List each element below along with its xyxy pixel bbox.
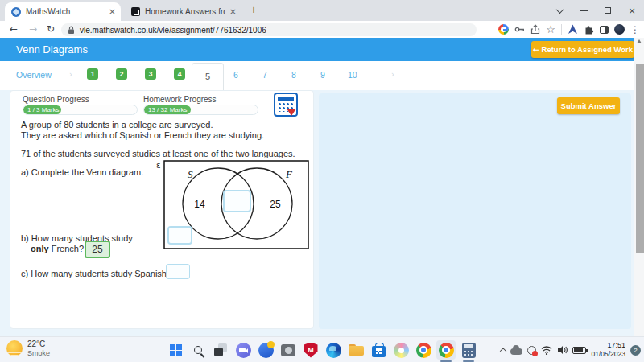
- submit-answer-button[interactable]: Submit Answer: [557, 97, 620, 114]
- mcafee-shield-icon: M: [304, 343, 318, 358]
- task-view-button[interactable]: [211, 340, 230, 360]
- tab-overview[interactable]: Overview: [16, 70, 52, 80]
- homework-site-favicon-icon: [131, 7, 140, 16]
- question-progress-bar: 1 / 3 Marks: [23, 105, 138, 115]
- part-b-label-line1: b) How many students study: [21, 233, 133, 243]
- tray-chevron-up-icon[interactable]: [500, 348, 506, 354]
- tab-question-4-badge[interactable]: 4: [174, 68, 185, 80]
- widgets-icon: [258, 343, 274, 358]
- part-c-answer-input[interactable]: [166, 264, 190, 279]
- app-header: Venn Diagrams ← Return to Assigned Work: [0, 38, 644, 61]
- weather-temperature: 22°C: [27, 339, 50, 349]
- scrollbar-thumb[interactable]: [636, 64, 644, 253]
- paint-button[interactable]: [391, 340, 411, 360]
- taskbar-weather-widget[interactable]: 22°C Smoke: [6, 339, 50, 358]
- question-text-line1: A group of 80 students in a college are …: [21, 120, 213, 130]
- extensions-puzzle-icon[interactable]: [584, 24, 594, 35]
- browser-tab-mathswatch[interactable]: MathsWatch ×: [5, 2, 121, 21]
- tab-close-icon[interactable]: ×: [229, 6, 237, 17]
- reload-icon[interactable]: ↻: [47, 23, 55, 35]
- part-b-answer-input[interactable]: 25: [85, 241, 110, 258]
- french-only-value: 25: [270, 199, 281, 210]
- tab-question-6[interactable]: 6: [233, 70, 238, 80]
- tab-question-8[interactable]: 8: [291, 70, 296, 80]
- google-icon[interactable]: [498, 24, 509, 35]
- part-c-label: c) How many students study Spanish?: [21, 269, 171, 278]
- question-progress-fill: 1 / 3 Marks: [23, 105, 61, 114]
- part-b-label-line2: only French?: [31, 244, 84, 253]
- start-button[interactable]: [166, 340, 185, 360]
- calculator-icon: [462, 343, 476, 358]
- microsoft-store-button[interactable]: [369, 340, 388, 360]
- tab-question-2-badge[interactable]: 2: [116, 68, 127, 80]
- outside-sets-answer-input[interactable]: [168, 227, 192, 244]
- tab-title: MathsWatch: [26, 7, 104, 16]
- edge-button[interactable]: [324, 340, 343, 360]
- question-card: Question Progress Homework Progress 1 / …: [10, 90, 314, 329]
- spanish-only-value: 14: [194, 199, 205, 210]
- scroll-up-icon[interactable]: [637, 39, 642, 43]
- windows-taskbar: 22°C Smoke M 17:51 01: [0, 336, 644, 362]
- file-explorer-button[interactable]: [346, 340, 365, 360]
- bookmark-star-icon[interactable]: ☆: [546, 23, 555, 35]
- intersection-answer-input[interactable]: [224, 191, 250, 212]
- extension-arrow-icon[interactable]: [568, 24, 578, 35]
- chrome-active-button[interactable]: [436, 340, 456, 360]
- browser-tab-strip: MathsWatch × Homework Answers from Subje…: [0, 0, 644, 21]
- camera-app-button[interactable]: [279, 340, 298, 360]
- tab-close-icon[interactable]: ×: [109, 6, 116, 17]
- tab-question-10[interactable]: 10: [348, 70, 357, 80]
- forward-icon[interactable]: →: [29, 23, 37, 35]
- chrome-button[interactable]: [414, 340, 433, 360]
- battery-icon[interactable]: [572, 347, 586, 354]
- share-icon[interactable]: [530, 24, 540, 35]
- homework-progress-fill: 13 / 32 Marks: [144, 105, 191, 114]
- taskbar-clock[interactable]: 17:51 01/05/2023: [591, 341, 625, 360]
- page-title: Venn Diagrams: [16, 43, 88, 56]
- notification-count-badge[interactable]: 2: [630, 345, 641, 356]
- speaker-icon[interactable]: [557, 345, 568, 355]
- menu-more-icon[interactable]: ⋮: [630, 24, 640, 35]
- chrome-icon: [416, 343, 431, 358]
- wifi-icon[interactable]: [541, 346, 552, 355]
- taskbar-search-button[interactable]: [188, 340, 208, 360]
- edge-icon: [326, 343, 341, 358]
- new-tab-button[interactable]: +: [246, 3, 261, 18]
- chat-icon: [236, 343, 251, 358]
- clock-date: 01/05/2023: [591, 350, 625, 359]
- tab-question-5-active[interactable]: 5: [192, 63, 224, 90]
- recording-status-icon[interactable]: [527, 346, 536, 355]
- url-text: vle.mathswatch.co.uk/vle/assignment/7761…: [80, 26, 266, 35]
- padlock-icon: [68, 26, 75, 35]
- question-text-line3: 71 of the students surveyed studies at l…: [21, 149, 295, 158]
- mcafee-button[interactable]: M: [301, 340, 320, 360]
- profile-avatar[interactable]: [614, 24, 625, 35]
- teams-chat-button[interactable]: [233, 340, 253, 360]
- widgets-button[interactable]: [256, 340, 275, 360]
- tab-question-1-badge[interactable]: 1: [87, 68, 98, 80]
- page-background: Venn Diagrams ← Return to Assigned Work …: [0, 38, 644, 336]
- set-f-label: F: [285, 168, 293, 180]
- question-tab-bar: Overview › 1 2 3 4 5 6 7 8 9 10 ›: [0, 61, 644, 90]
- password-key-icon[interactable]: [514, 24, 525, 35]
- browser-tab-homework[interactable]: Homework Answers from Subjec ×: [125, 2, 242, 21]
- clock-time: 17:51: [591, 341, 625, 351]
- tab-question-7[interactable]: 7: [262, 70, 267, 80]
- onedrive-cloud-icon[interactable]: [510, 348, 522, 355]
- page-scrollbar[interactable]: [634, 38, 644, 336]
- part-a-label: a) Complete the Venn diagram.: [21, 167, 143, 177]
- side-panel-icon[interactable]: [600, 26, 609, 34]
- window-close-button[interactable]: ×: [620, 0, 644, 21]
- back-icon[interactable]: ←: [10, 23, 18, 35]
- homework-progress-bar: 13 / 32 Marks: [143, 105, 258, 115]
- address-bar[interactable]: vle.mathswatch.co.uk/vle/assignment/7761…: [61, 23, 477, 36]
- tab-question-3-badge[interactable]: 3: [145, 68, 156, 80]
- tab-question-9[interactable]: 9: [320, 70, 325, 80]
- calculator-button[interactable]: [459, 340, 478, 360]
- weather-description: Smoke: [27, 349, 50, 358]
- question-text-line2: They are asked which of Spanish or Frenc…: [21, 130, 264, 140]
- window-chevron-icon[interactable]: [547, 0, 572, 21]
- return-to-assigned-work-button[interactable]: ← Return to Assigned Work: [531, 41, 634, 58]
- window-maximize-button[interactable]: [596, 0, 620, 21]
- window-minimize-button[interactable]: [572, 0, 596, 21]
